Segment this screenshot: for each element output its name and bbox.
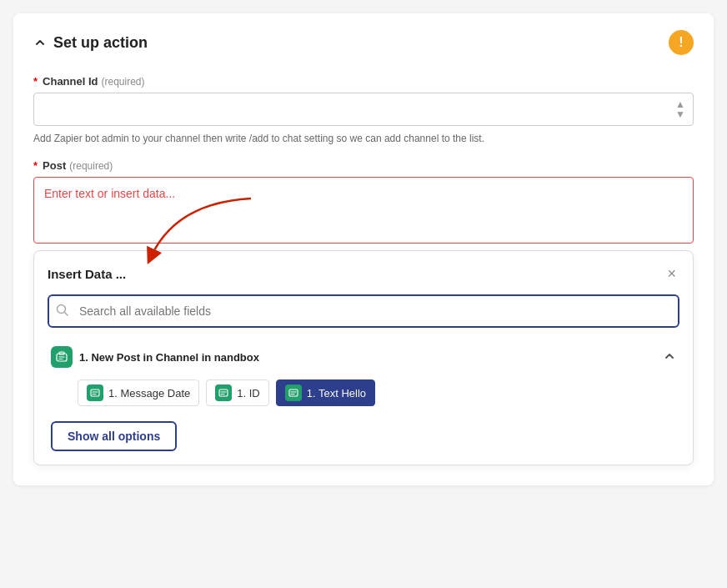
collapse-icon[interactable]	[33, 36, 47, 49]
data-group: 1. New Post in Channel in nandbox	[48, 339, 679, 451]
page-title: Set up action	[53, 34, 148, 52]
close-button[interactable]: ×	[664, 264, 679, 283]
search-wrapper	[48, 294, 679, 328]
search-input[interactable]	[48, 294, 679, 328]
group-title: 1. New Post in Channel in nandbox	[79, 351, 259, 364]
list-item[interactable]: 1. ID	[206, 379, 268, 406]
svg-rect-12	[289, 389, 298, 396]
post-required-star: *	[33, 159, 38, 172]
insert-data-header: Insert Data ... ×	[48, 264, 679, 283]
channel-id-label: * Channel Id (required)	[33, 75, 694, 88]
list-item-selected[interactable]: 1. Text Hello	[276, 379, 375, 406]
channel-id-wrapper: ▲ ▼	[33, 93, 694, 126]
warning-badge: !	[669, 30, 694, 55]
item-label: 1. Text Hello	[307, 387, 366, 400]
item-icon	[215, 384, 232, 401]
insert-data-panel: Insert Data ... ×	[33, 250, 694, 465]
post-label: * Post (required)	[33, 159, 694, 172]
group-header[interactable]: 1. New Post in Channel in nandbox	[48, 339, 679, 374]
data-items-list: 1. Message Date 1. ID	[48, 374, 679, 413]
insert-data-title: Insert Data ...	[48, 267, 126, 281]
item-icon	[285, 384, 302, 401]
main-panel: Set up action ! * Channel Id (required) …	[13, 13, 714, 485]
svg-rect-6	[91, 389, 99, 396]
chevron-up-icon	[663, 349, 676, 365]
search-icon	[56, 304, 68, 319]
item-label: 1. ID	[237, 387, 259, 400]
group-header-left: 1. New Post in Channel in nandbox	[51, 346, 259, 368]
panel-header: Set up action !	[33, 30, 694, 55]
header-left: Set up action	[33, 34, 148, 52]
svg-rect-9	[219, 389, 228, 396]
channel-hint: Add Zapier bot admin to your channel the…	[33, 133, 694, 144]
post-field[interactable]: Enter text or insert data...	[33, 177, 694, 244]
channel-id-select[interactable]	[33, 93, 694, 126]
item-label: 1. Message Date	[108, 387, 190, 400]
list-item[interactable]: 1. Message Date	[78, 379, 199, 406]
required-star: *	[33, 75, 38, 88]
group-icon	[51, 346, 73, 368]
svg-line-1	[65, 313, 68, 316]
post-placeholder: Enter text or insert data...	[44, 187, 175, 200]
show-all-button[interactable]: Show all options	[51, 421, 177, 451]
item-icon	[87, 384, 103, 401]
